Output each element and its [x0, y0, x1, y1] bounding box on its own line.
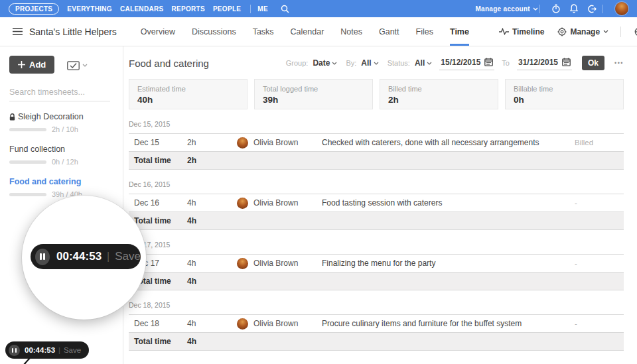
to-label: To — [502, 59, 510, 67]
timer-save-button[interactable]: Save — [64, 346, 81, 354]
entry-user[interactable]: Olivia Brown — [237, 258, 322, 269]
manage-account-menu[interactable]: Manage account — [475, 5, 538, 13]
mail-options-dropdown[interactable] — [67, 61, 88, 70]
bell-icon[interactable] — [570, 4, 578, 13]
summary-value: 39h — [263, 95, 364, 105]
timesheet-list-item[interactable]: Fund collection 0h / 12h — [9, 145, 123, 166]
project-tab[interactable]: Tasks — [253, 17, 274, 46]
hamburger-menu-icon[interactable] — [13, 28, 23, 35]
logout-icon[interactable] — [587, 5, 597, 13]
nav-item-people[interactable]: PEOPLE — [213, 5, 241, 13]
search-icon[interactable] — [281, 5, 289, 13]
chevron-down-icon — [427, 62, 432, 65]
add-button-label: Add — [29, 60, 46, 70]
group-filter-dropdown[interactable]: Date — [313, 58, 337, 68]
entry-date: Dec 18 — [129, 319, 187, 328]
stopwatch-icon[interactable] — [551, 4, 561, 13]
status-filter-dropdown[interactable]: All — [415, 58, 432, 68]
pause-icon[interactable] — [9, 345, 20, 356]
project-tab[interactable]: Time — [450, 17, 469, 46]
progress-bar — [9, 193, 46, 196]
timesheet-list-item[interactable]: Sleigh Decoration 2h / 10h — [9, 112, 123, 133]
status-filter-value: All — [415, 58, 425, 68]
entry-user[interactable]: Olivia Brown — [237, 318, 322, 330]
manage-account-label: Manage account — [475, 5, 530, 13]
date-from-input[interactable]: 15/12/2015 — [439, 56, 494, 70]
summary-estimated-time: Estimated time 40h — [129, 79, 248, 109]
entry-description: Food tasting session with caterers — [322, 198, 575, 208]
chevron-down-icon — [603, 30, 608, 33]
calendar-icon — [562, 58, 571, 66]
summary-value: 2h — [388, 95, 490, 105]
help-button[interactable]: Help — [634, 27, 637, 36]
timesheet-list-item[interactable]: Food and catering 39h / 40h — [9, 177, 123, 198]
timer-save-button[interactable]: Save — [115, 250, 141, 263]
nav-item-calendars[interactable]: CALENDARS — [120, 5, 163, 13]
entry-user[interactable]: Olivia Brown — [237, 137, 322, 149]
summary-label: Billed time — [388, 85, 490, 93]
user-avatar — [237, 198, 248, 209]
group-filter-label: Group: — [286, 59, 309, 67]
entry-description: Procure culinary items and furniture for… — [322, 319, 575, 328]
total-label: Total time — [129, 337, 187, 346]
summary-label: Billable time — [514, 85, 615, 93]
timeline-button[interactable]: Timeline — [499, 27, 544, 36]
project-tabs: Overview Discussions Tasks Calendar Note… — [141, 17, 486, 46]
project-header-bar: Santa's Little Helpers Overview Discussi… — [0, 17, 637, 46]
more-options-button[interactable]: ••• — [614, 60, 624, 66]
entry-status: - — [575, 259, 624, 267]
time-group: Dec 15, 2015 Dec 15 2h Olivia Brown Chec… — [129, 120, 624, 170]
entry-hours: 4h — [187, 319, 237, 328]
nav-projects-button[interactable]: PROJECTS — [9, 3, 59, 15]
pause-icon[interactable] — [35, 249, 50, 265]
nav-item-me[interactable]: ME — [257, 5, 268, 13]
timesheet-name: Sleigh Decoration — [18, 112, 84, 121]
nav-item-everything[interactable]: EVERYTHING — [67, 5, 112, 13]
user-avatar[interactable] — [615, 2, 628, 15]
time-group: Dec 18, 2015 Dec 18 4h Olivia Brown Proc… — [129, 301, 624, 351]
total-row: Total time 4h — [129, 272, 624, 290]
summary-billed-time: Billed time 2h — [380, 79, 498, 109]
progress-bar — [9, 128, 46, 131]
project-tab[interactable]: Discussions — [192, 17, 236, 46]
entry-description: Finalizing the menu for the party — [322, 259, 575, 268]
group-date-label: Dec 18, 2015 — [129, 301, 624, 309]
entry-user-name: Olivia Brown — [253, 198, 298, 208]
calendar-icon — [484, 58, 493, 66]
ok-button[interactable]: Ok — [582, 56, 604, 70]
by-filter-dropdown[interactable]: All — [361, 58, 378, 68]
project-tab[interactable]: Notes — [340, 17, 362, 46]
divider — [250, 5, 251, 13]
date-from-value: 15/12/2015 — [441, 58, 480, 67]
project-tab[interactable]: Overview — [141, 17, 175, 46]
time-entry-row[interactable]: Dec 18 4h Olivia Brown Procure culinary … — [129, 314, 624, 332]
project-tab[interactable]: Calendar — [291, 17, 324, 46]
total-hours: 4h — [187, 276, 237, 286]
nav-item-reports[interactable]: REPORTS — [171, 5, 204, 13]
entry-hours: 4h — [187, 259, 237, 268]
timeline-label: Timeline — [512, 27, 544, 36]
entry-user-name: Olivia Brown — [253, 259, 298, 268]
summary-label: Estimated time — [137, 85, 239, 93]
time-group: Dec 16, 2015 Dec 16 4h Olivia Brown Food… — [129, 180, 624, 230]
entry-user[interactable]: Olivia Brown — [237, 198, 322, 209]
entry-description: Checked with caterers, done with all nec… — [322, 138, 575, 147]
project-name[interactable]: Santa's Little Helpers — [29, 27, 117, 37]
entry-user-name: Olivia Brown — [253, 138, 298, 147]
chevron-down-icon — [374, 62, 379, 65]
project-tab[interactable]: Files — [416, 17, 433, 46]
timesheet-list: Sleigh Decoration 2h / 10h Fund collecti… — [9, 112, 123, 198]
time-entry-row[interactable]: Dec 17 4h Olivia Brown Finalizing the me… — [129, 254, 624, 272]
search-timesheets-input[interactable] — [9, 86, 110, 101]
time-entry-row[interactable]: Dec 16 4h Olivia Brown Food tasting sess… — [129, 194, 624, 212]
time-entry-row[interactable]: Dec 15 2h Olivia Brown Checked with cate… — [129, 133, 624, 151]
add-button[interactable]: Add — [9, 56, 54, 74]
date-to-input[interactable]: 31/12/2015 — [517, 56, 572, 70]
total-hours: 4h — [187, 216, 237, 225]
timer-widget[interactable]: 00:44:53 | Save — [5, 341, 89, 359]
manage-menu-button[interactable]: Manage — [557, 27, 608, 36]
project-tab[interactable]: Gantt — [379, 17, 399, 46]
timer-widget-zoomed: 00:44:53 | Save — [31, 244, 141, 269]
summary-total-logged-time: Total logged time 39h — [254, 79, 373, 109]
divider — [539, 5, 540, 13]
